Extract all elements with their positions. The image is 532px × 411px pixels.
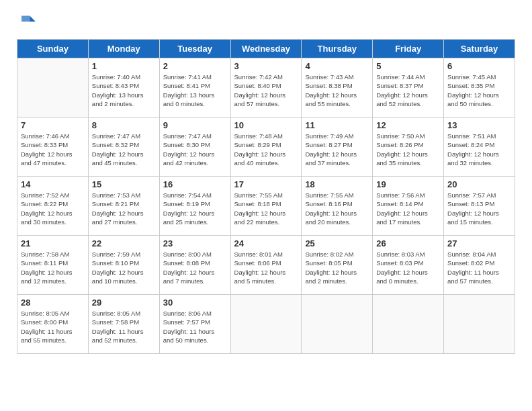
day-number: 28 (21, 298, 85, 308)
day-number: 2 (163, 61, 227, 71)
day-info: Sunrise: 7:58 AMSunset: 8:11 PMDaylight:… (21, 250, 85, 285)
calendar-day-cell: 1Sunrise: 7:40 AMSunset: 8:43 PMDaylight… (88, 58, 159, 118)
day-header-monday: Monday (88, 40, 159, 58)
day-info: Sunrise: 7:42 AMSunset: 8:40 PMDaylight:… (234, 73, 298, 108)
calendar-day-cell (230, 295, 302, 354)
day-info: Sunrise: 7:41 AMSunset: 8:41 PMDaylight:… (163, 73, 227, 108)
day-info: Sunrise: 7:59 AMSunset: 8:10 PMDaylight:… (92, 250, 156, 285)
calendar-day-cell: 26Sunrise: 8:03 AMSunset: 8:03 PMDayligh… (373, 236, 444, 295)
calendar-day-cell: 21Sunrise: 7:58 AMSunset: 8:11 PMDayligh… (17, 236, 89, 295)
day-info: Sunrise: 8:05 AMSunset: 8:00 PMDaylight:… (21, 309, 85, 345)
day-number: 9 (163, 120, 227, 130)
calendar-day-cell: 30Sunrise: 8:06 AMSunset: 7:57 PMDayligh… (159, 295, 230, 354)
calendar-day-cell: 14Sunrise: 7:52 AMSunset: 8:22 PMDayligh… (17, 177, 89, 236)
day-info: Sunrise: 7:48 AMSunset: 8:29 PMDaylight:… (234, 132, 298, 167)
day-number: 25 (305, 238, 369, 248)
calendar-day-cell: 27Sunrise: 8:04 AMSunset: 8:02 PMDayligh… (444, 236, 515, 295)
calendar-day-cell: 20Sunrise: 7:57 AMSunset: 8:13 PMDayligh… (444, 177, 515, 236)
day-info: Sunrise: 7:47 AMSunset: 8:30 PMDaylight:… (163, 132, 227, 167)
calendar-day-cell: 15Sunrise: 7:53 AMSunset: 8:21 PMDayligh… (88, 177, 159, 236)
day-info: Sunrise: 7:43 AMSunset: 8:38 PMDaylight:… (305, 73, 369, 108)
calendar-day-cell: 9Sunrise: 7:47 AMSunset: 8:30 PMDaylight… (159, 118, 230, 177)
day-info: Sunrise: 7:57 AMSunset: 8:13 PMDaylight:… (447, 191, 511, 226)
logo (17, 13, 38, 32)
calendar-week-row: 14Sunrise: 7:52 AMSunset: 8:22 PMDayligh… (17, 177, 515, 236)
svg-rect-1 (21, 16, 30, 22)
calendar-day-cell: 23Sunrise: 8:00 AMSunset: 8:08 PMDayligh… (159, 236, 230, 295)
day-number: 7 (21, 120, 85, 130)
calendar-week-row: 21Sunrise: 7:58 AMSunset: 8:11 PMDayligh… (17, 236, 515, 295)
calendar-day-cell: 4Sunrise: 7:43 AMSunset: 8:38 PMDaylight… (302, 58, 373, 118)
day-number: 10 (234, 120, 298, 130)
calendar-day-cell (17, 58, 89, 118)
day-info: Sunrise: 7:53 AMSunset: 8:21 PMDaylight:… (92, 191, 156, 226)
day-number: 4 (305, 61, 369, 71)
day-info: Sunrise: 7:51 AMSunset: 8:24 PMDaylight:… (447, 132, 511, 167)
calendar-day-cell: 5Sunrise: 7:44 AMSunset: 8:37 PMDaylight… (373, 58, 444, 118)
calendar-day-cell: 28Sunrise: 8:05 AMSunset: 8:00 PMDayligh… (17, 295, 89, 354)
calendar-day-cell: 19Sunrise: 7:56 AMSunset: 8:14 PMDayligh… (373, 177, 444, 236)
day-info: Sunrise: 8:02 AMSunset: 8:05 PMDaylight:… (305, 250, 369, 285)
day-info: Sunrise: 7:50 AMSunset: 8:26 PMDaylight:… (376, 132, 440, 167)
day-number: 24 (234, 238, 298, 248)
day-number: 13 (447, 120, 511, 130)
calendar-day-cell: 17Sunrise: 7:55 AMSunset: 8:18 PMDayligh… (230, 177, 302, 236)
day-header-saturday: Saturday (444, 40, 515, 58)
day-info: Sunrise: 7:40 AMSunset: 8:43 PMDaylight:… (92, 73, 156, 108)
calendar-day-cell (302, 295, 373, 354)
day-info: Sunrise: 7:56 AMSunset: 8:14 PMDaylight:… (376, 191, 440, 226)
day-number: 22 (92, 238, 156, 248)
day-number: 3 (234, 61, 298, 71)
calendar-day-cell: 16Sunrise: 7:54 AMSunset: 8:19 PMDayligh… (159, 177, 230, 236)
day-info: Sunrise: 7:47 AMSunset: 8:32 PMDaylight:… (92, 132, 156, 167)
day-header-friday: Friday (373, 40, 444, 58)
day-number: 11 (305, 120, 369, 130)
day-info: Sunrise: 8:03 AMSunset: 8:03 PMDaylight:… (376, 250, 440, 285)
day-number: 23 (163, 238, 227, 248)
day-number: 17 (234, 179, 298, 189)
calendar-day-cell: 6Sunrise: 7:45 AMSunset: 8:35 PMDaylight… (444, 58, 515, 118)
day-info: Sunrise: 8:06 AMSunset: 7:57 PMDaylight:… (163, 309, 227, 345)
calendar-day-cell: 25Sunrise: 8:02 AMSunset: 8:05 PMDayligh… (302, 236, 373, 295)
day-info: Sunrise: 7:55 AMSunset: 8:18 PMDaylight:… (234, 191, 298, 226)
day-number: 14 (21, 179, 85, 189)
calendar-day-cell: 10Sunrise: 7:48 AMSunset: 8:29 PMDayligh… (230, 118, 302, 177)
logo-icon (17, 13, 36, 32)
day-number: 15 (92, 179, 156, 189)
calendar-day-cell: 2Sunrise: 7:41 AMSunset: 8:41 PMDaylight… (159, 58, 230, 118)
day-number: 12 (376, 120, 440, 130)
day-info: Sunrise: 7:44 AMSunset: 8:37 PMDaylight:… (376, 73, 440, 108)
day-number: 1 (92, 61, 156, 71)
day-header-wednesday: Wednesday (230, 40, 302, 58)
calendar-day-cell: 13Sunrise: 7:51 AMSunset: 8:24 PMDayligh… (444, 118, 515, 177)
day-number: 26 (376, 238, 440, 248)
page-header (17, 13, 515, 32)
calendar-week-row: 28Sunrise: 8:05 AMSunset: 8:00 PMDayligh… (17, 295, 515, 354)
calendar-day-cell: 12Sunrise: 7:50 AMSunset: 8:26 PMDayligh… (373, 118, 444, 177)
calendar-day-cell: 18Sunrise: 7:55 AMSunset: 8:16 PMDayligh… (302, 177, 373, 236)
day-number: 20 (447, 179, 511, 189)
calendar-day-cell: 11Sunrise: 7:49 AMSunset: 8:27 PMDayligh… (302, 118, 373, 177)
day-info: Sunrise: 7:45 AMSunset: 8:35 PMDaylight:… (447, 73, 511, 108)
calendar-day-cell (373, 295, 444, 354)
day-info: Sunrise: 7:52 AMSunset: 8:22 PMDaylight:… (21, 191, 85, 226)
calendar-table: SundayMondayTuesdayWednesdayThursdayFrid… (17, 39, 515, 354)
calendar-week-row: 1Sunrise: 7:40 AMSunset: 8:43 PMDaylight… (17, 58, 515, 118)
day-info: Sunrise: 7:46 AMSunset: 8:33 PMDaylight:… (21, 132, 85, 167)
day-info: Sunrise: 7:55 AMSunset: 8:16 PMDaylight:… (305, 191, 369, 226)
calendar-day-cell: 8Sunrise: 7:47 AMSunset: 8:32 PMDaylight… (88, 118, 159, 177)
day-number: 27 (447, 238, 511, 248)
calendar-day-cell (444, 295, 515, 354)
calendar-day-cell: 22Sunrise: 7:59 AMSunset: 8:10 PMDayligh… (88, 236, 159, 295)
day-info: Sunrise: 8:00 AMSunset: 8:08 PMDaylight:… (163, 250, 227, 285)
day-header-sunday: Sunday (17, 40, 89, 58)
day-info: Sunrise: 8:04 AMSunset: 8:02 PMDaylight:… (447, 250, 511, 285)
day-number: 18 (305, 179, 369, 189)
calendar-day-cell: 24Sunrise: 8:01 AMSunset: 8:06 PMDayligh… (230, 236, 302, 295)
day-number: 8 (92, 120, 156, 130)
day-number: 29 (92, 298, 156, 308)
calendar-day-cell: 7Sunrise: 7:46 AMSunset: 8:33 PMDaylight… (17, 118, 89, 177)
calendar-header-row: SundayMondayTuesdayWednesdayThursdayFrid… (17, 40, 515, 58)
day-header-thursday: Thursday (302, 40, 373, 58)
day-info: Sunrise: 7:54 AMSunset: 8:19 PMDaylight:… (163, 191, 227, 226)
